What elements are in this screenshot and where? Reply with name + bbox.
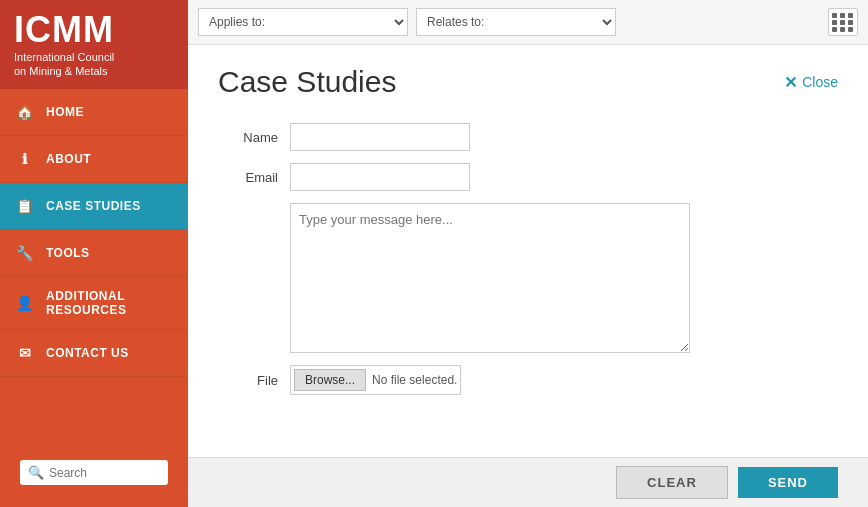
close-button[interactable]: ✕ Close (784, 73, 838, 92)
browse-button[interactable]: Browse... (294, 369, 366, 391)
clear-button[interactable]: CLEAR (616, 466, 728, 499)
sidebar-item-label: CONTACT US (46, 346, 129, 360)
sidebar: ICMM International Council on Mining & M… (0, 0, 188, 507)
sidebar-item-about[interactable]: ℹ ABOUT (0, 136, 188, 183)
tools-icon: 🔧 (14, 242, 36, 264)
sidebar-item-home[interactable]: 🏠 HOME (0, 89, 188, 136)
toolbar: Applies to: Relates to: (188, 0, 868, 45)
grid-icon (832, 13, 854, 32)
search-input[interactable] (49, 466, 160, 480)
file-label: File (218, 373, 278, 388)
logo-subtitle: International Council on Mining & Metals (14, 50, 174, 79)
sidebar-item-additional-resources[interactable]: 👤 ADDITIONAL RESOURCES (0, 277, 188, 330)
grid-view-button[interactable] (828, 8, 858, 36)
main-content: Applies to: Relates to: Case Studies ✕ C… (188, 0, 868, 507)
message-row (290, 203, 838, 353)
sidebar-item-label: CASE STUDIES (46, 199, 141, 213)
home-icon: 🏠 (14, 101, 36, 123)
resources-icon: 👤 (14, 292, 36, 314)
info-icon: ℹ (14, 148, 36, 170)
mail-icon: ✉ (14, 342, 36, 364)
relates-to-select[interactable]: Relates to: (416, 8, 616, 36)
content-area: Case Studies ✕ Close Name Email File (188, 45, 868, 457)
email-input[interactable] (290, 163, 470, 191)
sidebar-item-tools[interactable]: 🔧 TOOLS (0, 230, 188, 277)
sidebar-item-label: ADDITIONAL RESOURCES (46, 289, 174, 317)
close-icon: ✕ (784, 73, 797, 92)
sidebar-item-label: TOOLS (46, 246, 90, 260)
file-input-area: Browse... No file selected. (290, 365, 461, 395)
message-textarea[interactable] (290, 203, 690, 353)
close-label: Close (802, 74, 838, 90)
sidebar-item-label: HOME (46, 105, 84, 119)
name-input[interactable] (290, 123, 470, 151)
email-row: Email (218, 163, 838, 191)
file-name: No file selected. (372, 373, 457, 387)
name-row: Name (218, 123, 838, 151)
logo-letters: ICMM (14, 12, 174, 48)
file-row: File Browse... No file selected. (218, 365, 838, 395)
sidebar-item-label: ABOUT (46, 152, 91, 166)
name-label: Name (218, 130, 278, 145)
page-title: Case Studies (218, 65, 396, 99)
sidebar-item-contact-us[interactable]: ✉ CONTACT US (0, 330, 188, 377)
search-icon: 🔍 (28, 465, 44, 480)
action-bar: CLEAR SEND (188, 457, 868, 507)
sidebar-item-case-studies[interactable]: 📋 CASE STUDIES (0, 183, 188, 230)
case-studies-icon: 📋 (14, 195, 36, 217)
email-label: Email (218, 170, 278, 185)
page-header: Case Studies ✕ Close (218, 65, 838, 99)
applies-to-select[interactable]: Applies to: (198, 8, 408, 36)
logo-area: ICMM International Council on Mining & M… (0, 0, 188, 89)
search-container: 🔍 (20, 460, 168, 485)
send-button[interactable]: SEND (738, 467, 838, 498)
